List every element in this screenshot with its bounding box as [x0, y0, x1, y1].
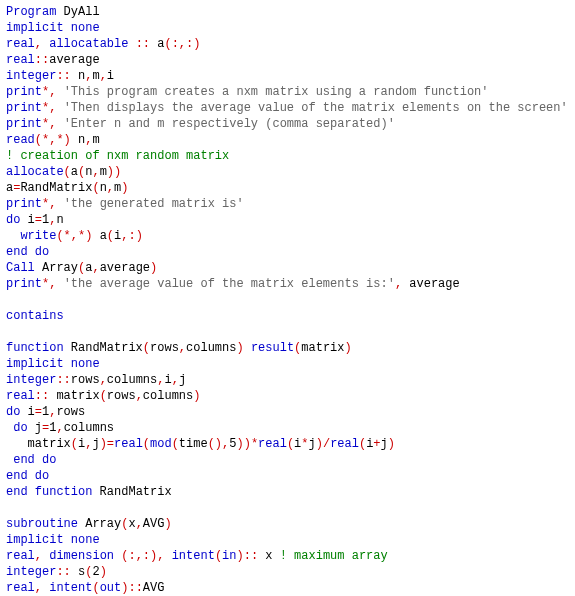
code-token-kw: out	[100, 581, 122, 595]
code-line[interactable]: do j=1,columns	[6, 421, 114, 435]
code-line[interactable]: real, dimension (:,:), intent(in):: x ! …	[6, 549, 388, 563]
code-token-text: AVG	[143, 517, 165, 531]
code-line[interactable]: implicit none	[6, 21, 100, 35]
code-token-punct: )	[388, 437, 395, 451]
code-token-kw: dimension	[42, 549, 121, 563]
code-token-punct: =	[35, 405, 42, 419]
code-token-punct: )	[150, 261, 157, 275]
code-line[interactable]: a=RandMatrix(n,m)	[6, 181, 128, 195]
code-line[interactable]: real:: matrix(rows,columns)	[6, 389, 200, 403]
code-token-text: m	[92, 69, 99, 83]
code-token-punct: (:,:),	[121, 549, 164, 563]
code-line[interactable]: print*, 'the generated matrix is'	[6, 197, 244, 211]
code-line[interactable]: ! creation of nxm random matrix	[6, 149, 229, 163]
code-token-kw: integer	[6, 373, 56, 387]
code-token-text: i	[20, 213, 34, 227]
code-line[interactable]: end do	[6, 469, 49, 483]
code-token-kw: end do	[13, 453, 56, 467]
code-token-punct: )	[193, 389, 200, 403]
code-token-punct: ::	[35, 389, 49, 403]
code-token-punct: ))*	[236, 437, 258, 451]
code-token-punct: *,	[42, 197, 64, 211]
code-token-punct: ,	[35, 37, 42, 51]
code-token-text: a	[150, 37, 164, 51]
code-token-text: n	[56, 213, 63, 227]
code-line[interactable]: Program DyAll	[6, 5, 100, 19]
code-line[interactable]: do i=1,n	[6, 213, 64, 227]
code-token-text: m	[92, 133, 99, 147]
code-token-kw: implicit none	[6, 21, 100, 35]
code-token-punct: ,	[172, 373, 179, 387]
code-line[interactable]: read(*,*) n,m	[6, 133, 100, 147]
code-token-text: j	[179, 373, 186, 387]
code-token-punct: ::	[56, 69, 70, 83]
code-line[interactable]: print*, 'Then displays the average value…	[6, 101, 568, 115]
code-token-kw: allocate	[6, 165, 64, 179]
code-token-punct: ::	[56, 565, 70, 579]
code-line[interactable]: print*, 'the average value of the matrix…	[6, 277, 460, 291]
code-token-kw: print	[6, 101, 42, 115]
code-line[interactable]: print*, 'This program creates a nxm matr…	[6, 85, 489, 99]
code-line[interactable]: contains	[6, 309, 64, 323]
code-token-punct: (:,:)	[164, 37, 200, 51]
code-line[interactable]: matrix(i,j)=real(mod(time(),5))*real(i*j…	[6, 437, 395, 451]
code-token-kw: real	[6, 549, 35, 563]
code-token-kw: Program	[6, 5, 56, 19]
code-token-kw: result	[251, 341, 294, 355]
code-token-text: x	[128, 517, 135, 531]
code-token-punct: ,	[100, 69, 107, 83]
code-token-text: matrix	[49, 389, 99, 403]
code-line[interactable]: implicit none	[6, 533, 100, 547]
code-token-punct: *,	[42, 85, 64, 99]
code-token-punct: *,	[42, 117, 64, 131]
code-line[interactable]: write(*,*) a(i,:)	[6, 229, 143, 243]
code-token-text: a	[92, 229, 106, 243]
code-token-cmt: ! creation of nxm random matrix	[6, 149, 229, 163]
code-token-text: RandMatrix	[64, 341, 143, 355]
code-token-kw: real	[258, 437, 287, 451]
code-token-kw: end function	[6, 485, 92, 499]
code-token-punct: )	[100, 565, 107, 579]
code-line[interactable]: Call Array(a,average)	[6, 261, 157, 275]
code-token-kw: real	[6, 581, 35, 595]
code-token-kw: real	[6, 37, 35, 51]
code-line[interactable]: allocate(a(n,m))	[6, 165, 121, 179]
code-token-str: 'This program creates a nxm matrix using…	[64, 85, 489, 99]
code-editor-content[interactable]: Program DyAll implicit none real, alloca…	[6, 4, 569, 596]
code-token-punct: ,	[179, 341, 186, 355]
code-line[interactable]: implicit none	[6, 357, 100, 371]
code-token-punct: (),	[208, 437, 230, 451]
code-token-punct: ))	[107, 165, 121, 179]
code-line[interactable]: real, allocatable :: a(:,:)	[6, 37, 200, 51]
code-token-punct: ::	[56, 373, 70, 387]
code-line[interactable]: integer:: n,m,i	[6, 69, 114, 83]
code-token-text: columns	[143, 389, 193, 403]
code-line[interactable]: end do	[6, 245, 49, 259]
code-token-kw: print	[6, 197, 42, 211]
code-line[interactable]: integer:: s(2)	[6, 565, 107, 579]
code-token-text: m	[100, 165, 107, 179]
code-token-punct: (*,*)	[35, 133, 71, 147]
code-line[interactable]: real, intent(out)::AVG	[6, 581, 164, 595]
code-line[interactable]: end function RandMatrix	[6, 485, 172, 499]
code-token-punct: )::	[236, 549, 258, 563]
code-line[interactable]: subroutine Array(x,AVG)	[6, 517, 172, 531]
code-token-kw: implicit none	[6, 533, 100, 547]
code-line[interactable]: do i=1,rows	[6, 405, 85, 419]
code-line[interactable]: end do	[6, 453, 56, 467]
code-token-punct: (*,*)	[56, 229, 92, 243]
code-line[interactable]: real::average	[6, 53, 100, 67]
code-token-punct: (	[92, 581, 99, 595]
code-token-punct: (	[172, 437, 179, 451]
code-line[interactable]: function RandMatrix(rows,columns) result…	[6, 341, 352, 355]
code-token-text: rows	[107, 389, 136, 403]
code-token-text: j	[92, 437, 99, 451]
code-token-kw: implicit none	[6, 357, 100, 371]
code-line[interactable]: integer::rows,columns,i,j	[6, 373, 186, 387]
code-token-punct: ,	[100, 373, 107, 387]
code-token-text: i	[20, 405, 34, 419]
code-line[interactable]: print*, 'Enter n and m respectively (com…	[6, 117, 395, 131]
code-token-punct: ,	[92, 165, 99, 179]
code-token-kw: intent	[164, 549, 214, 563]
code-token-punct: ,	[35, 549, 42, 563]
